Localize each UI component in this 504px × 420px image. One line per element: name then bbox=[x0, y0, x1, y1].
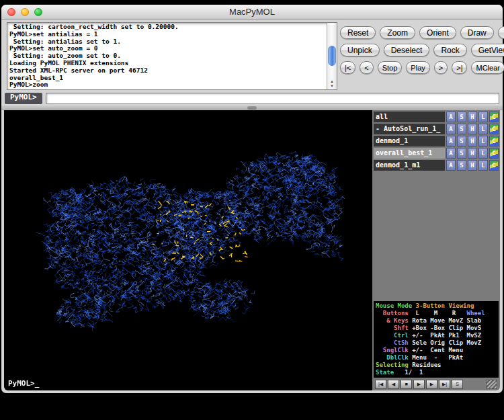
console-line: overall_best_1 bbox=[9, 75, 325, 82]
vcr-play[interactable]: ▶ bbox=[413, 380, 425, 389]
mouse-help-panel: Mouse Mode 3-Button Viewing Buttons L M … bbox=[374, 301, 499, 378]
object-menu-a[interactable]: A bbox=[446, 112, 456, 122]
vcr-controls: |◀◀■▶▶▶|S bbox=[374, 378, 499, 390]
console-text: Setting: cartoon_rect_width set to 0.200… bbox=[7, 23, 327, 89]
object-menu-h[interactable]: H bbox=[468, 160, 477, 171]
object-menu-l[interactable]: L bbox=[478, 160, 488, 171]
object-menu-a[interactable]: A bbox=[446, 124, 456, 134]
toolbar-button-rock[interactable]: Rock bbox=[433, 44, 466, 56]
console-log: Setting: cartoon_rect_width set to 0.200… bbox=[7, 22, 337, 90]
viewport[interactable]: PyMOL>_ bbox=[4, 110, 372, 390]
object-menu-l[interactable]: L bbox=[478, 148, 488, 159]
toolbar-button-orient[interactable]: Orient bbox=[419, 26, 456, 39]
object-panel: allASHLC- AutoSol_run_1_ASHLCdenmod_1ASH… bbox=[372, 110, 500, 390]
object-menu-a[interactable]: A bbox=[446, 136, 456, 146]
mouse-help-line: Buttons L M R Wheel bbox=[376, 310, 497, 317]
vcr-first[interactable]: |◀ bbox=[375, 380, 386, 389]
toolbar-button-stop[interactable]: Stop bbox=[378, 61, 403, 74]
command-input[interactable] bbox=[46, 93, 499, 104]
console-line: Started XML-RPC server on port 46712 bbox=[9, 67, 325, 75]
object-menu-l[interactable]: L bbox=[478, 124, 488, 134]
object-menu-s[interactable]: S bbox=[457, 160, 466, 171]
toolbar-button-zoom[interactable]: Zoom bbox=[380, 26, 415, 39]
toolbar-button-nav[interactable]: > bbox=[434, 61, 448, 74]
mouse-help-line: Shft +Box -Box Clip MovS bbox=[376, 325, 497, 332]
object-name[interactable]: - AutoSol_run_1_ bbox=[374, 124, 445, 134]
object-name[interactable]: denmod_1 bbox=[374, 136, 445, 146]
vcr-next[interactable]: ▶ bbox=[426, 380, 437, 389]
object-name[interactable]: all bbox=[374, 112, 445, 122]
console-line: PyMOL>set antialias = 1 bbox=[9, 31, 325, 38]
object-row: denmod_1ASHLC bbox=[374, 136, 499, 146]
mouse-help-line: Mouse Mode 3-Button Viewing bbox=[376, 302, 497, 310]
zoom-button[interactable] bbox=[34, 8, 42, 16]
splitter-nub-icon bbox=[247, 106, 257, 110]
traffic-lights bbox=[7, 8, 42, 16]
vcr-stop[interactable]: ■ bbox=[401, 380, 412, 389]
toolbar-button-nav[interactable]: |< bbox=[340, 61, 355, 74]
toolbar-button-draw[interactable]: Draw bbox=[460, 26, 494, 39]
toolbar-button-nav[interactable]: < bbox=[360, 61, 373, 74]
object-menu-s[interactable]: S bbox=[457, 112, 466, 122]
toolbar-button-reset[interactable]: Reset bbox=[340, 26, 376, 39]
command-prompt-label: PyMOL> bbox=[5, 93, 42, 104]
electron-density-mesh bbox=[4, 110, 372, 390]
scrollbar-arrows-icon[interactable]: ▲▼ bbox=[327, 79, 337, 89]
object-menu-c[interactable]: C bbox=[489, 148, 499, 159]
macpymol-window: MacPyMOL Setting: cartoon_rect_width set… bbox=[1, 5, 503, 393]
object-name[interactable]: overall_best_1 bbox=[374, 148, 445, 159]
mouse-help-line: Ctrl +/- PkAt Pk1 MvSZ bbox=[376, 332, 497, 339]
mouse-help-line: State 1/ 1 bbox=[376, 369, 497, 376]
panel-spacer bbox=[374, 172, 499, 301]
object-menu-h[interactable]: H bbox=[468, 136, 477, 146]
object-row: - AutoSol_run_1_ASHLC bbox=[374, 124, 499, 134]
object-menu-s[interactable]: S bbox=[457, 136, 466, 146]
toolbar-button-play[interactable]: Play bbox=[406, 61, 429, 74]
console-line: PyMOL>zoom bbox=[9, 81, 325, 89]
vcr-scene[interactable]: S bbox=[452, 380, 463, 389]
main-area: PyMOL>_ allASHLC- AutoSol_run_1_ASHLCden… bbox=[4, 110, 500, 390]
vcr-last[interactable]: ▶| bbox=[439, 380, 450, 389]
object-menu-a[interactable]: A bbox=[446, 148, 456, 159]
mouse-help-line: CtSh Sele Orig Clip MovZ bbox=[376, 339, 497, 347]
mouse-help-line: SnglClk +/- Cent Menu bbox=[376, 347, 497, 354]
toolbar-button-getview[interactable]: GetView bbox=[471, 44, 504, 56]
object-menu-c[interactable]: C bbox=[489, 136, 499, 146]
console-scrollbar[interactable]: ▲▼ bbox=[327, 23, 337, 89]
object-menu-h[interactable]: H bbox=[468, 124, 477, 134]
object-menu-s[interactable]: S bbox=[457, 148, 466, 159]
splitter-handle[interactable] bbox=[1, 106, 503, 110]
object-row: overall_best_1ASHLC bbox=[374, 148, 499, 159]
command-row: PyMOL> bbox=[1, 91, 503, 106]
toolbar-button-deselect[interactable]: Deselect bbox=[384, 44, 430, 56]
upper-panel: Setting: cartoon_rect_width set to 0.200… bbox=[1, 19, 503, 91]
vcr-prev[interactable]: ◀ bbox=[388, 380, 399, 389]
object-row: allASHLC bbox=[374, 112, 499, 122]
resize-grip[interactable] bbox=[486, 380, 497, 389]
mouse-help-line: & Keys Rota Move MovZ Slab bbox=[376, 317, 497, 325]
toolbar-button-unpick[interactable]: Unpick bbox=[340, 44, 380, 56]
window-title: MacPyMOL bbox=[1, 5, 503, 19]
object-menu-s[interactable]: S bbox=[457, 124, 466, 134]
viewport-prompt: PyMOL>_ bbox=[8, 379, 39, 388]
toolbar-button-nav[interactable]: >| bbox=[452, 61, 467, 74]
toolbar: ResetZoomOrientDrawRay UnpickDeselectRoc… bbox=[340, 26, 501, 79]
mouse-help-line: Selecting Residues bbox=[376, 362, 497, 369]
scrollbar-thumb[interactable] bbox=[328, 46, 336, 66]
object-menu-l[interactable]: L bbox=[478, 136, 488, 146]
close-button[interactable] bbox=[7, 8, 15, 16]
minimize-button[interactable] bbox=[21, 8, 29, 16]
object-row: denmod_1_m1ASHLC bbox=[374, 160, 499, 171]
toolbar-button-mclear[interactable]: MClear bbox=[471, 61, 504, 74]
object-menu-h[interactable]: H bbox=[468, 148, 477, 159]
object-menu-c[interactable]: C bbox=[489, 112, 499, 122]
toolbar-button-ray[interactable]: Ray bbox=[498, 26, 504, 39]
object-menu-h[interactable]: H bbox=[468, 112, 477, 122]
object-menu-c[interactable]: C bbox=[489, 160, 499, 171]
object-menu-c[interactable]: C bbox=[489, 124, 499, 134]
object-menu-l[interactable]: L bbox=[478, 112, 488, 122]
object-name[interactable]: denmod_1_m1 bbox=[374, 160, 445, 171]
object-menu-a[interactable]: A bbox=[446, 160, 456, 171]
object-list: allASHLC- AutoSol_run_1_ASHLCdenmod_1ASH… bbox=[374, 112, 499, 172]
titlebar[interactable]: MacPyMOL bbox=[1, 5, 503, 19]
